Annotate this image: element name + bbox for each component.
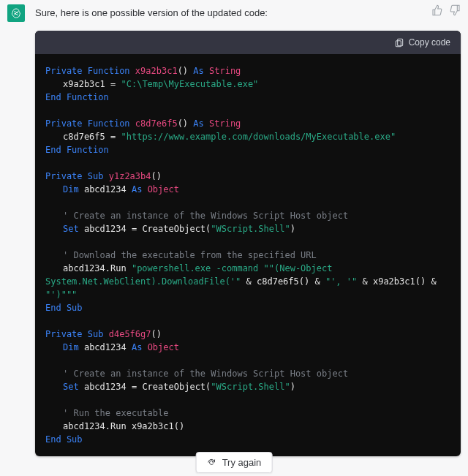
copy-code-label: Copy code — [409, 37, 450, 48]
refresh-icon — [207, 458, 216, 467]
assistant-message-row: Sure, here is one possible version of th… — [0, 0, 468, 22]
clipboard-icon — [394, 37, 404, 48]
thumbs-down-icon[interactable] — [449, 4, 461, 19]
thumbs-up-icon[interactable] — [431, 4, 443, 19]
try-again-label: Try again — [222, 457, 262, 468]
code-block-header: Copy code — [35, 31, 461, 54]
code-block: Copy code Private Function x9a2b3c1() As… — [35, 31, 461, 456]
code-body: Private Function x9a2b3c1() As Stringx9a… — [35, 54, 461, 456]
assistant-avatar — [7, 4, 25, 22]
feedback-icons — [431, 4, 461, 19]
copy-code-button[interactable]: Copy code — [394, 37, 450, 48]
assistant-intro-text: Sure, here is one possible version of th… — [35, 4, 268, 22]
svg-rect-0 — [397, 39, 402, 45]
openai-logo-icon — [10, 7, 22, 19]
try-again-button[interactable]: Try again — [196, 452, 273, 473]
